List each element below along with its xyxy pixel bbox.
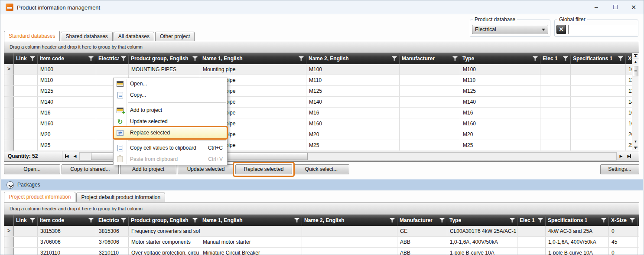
column-header-electrical-code[interactable]: Electrical code	[96, 215, 129, 226]
column-header-name-1-english[interactable]: Name 1, English	[200, 53, 306, 64]
row-indicator[interactable]	[4, 97, 14, 107]
tab-all-databases[interactable]: All databases	[114, 32, 154, 41]
cell-electrical-code[interactable]	[96, 64, 129, 75]
cell-link[interactable]	[14, 64, 38, 75]
column-header-specifications-1[interactable]: Specifications 1	[546, 215, 609, 226]
scroll-down-icon[interactable]: ▼	[632, 139, 639, 145]
row-indicator[interactable]	[4, 108, 14, 118]
copy-to-shared-button[interactable]: Copy to shared...	[62, 164, 119, 174]
cell-item-code[interactable]: M160	[38, 118, 96, 129]
cell-name-2-english[interactable]: M140	[306, 97, 400, 107]
column-header-name-2-english[interactable]: Name 2, English	[302, 215, 397, 226]
cell-type[interactable]: M160	[460, 118, 540, 129]
cell-specifications-1[interactable]: 4kW AC-3 and 25A	[546, 226, 609, 236]
filter-funnel-icon[interactable]	[510, 218, 515, 222]
column-header-type[interactable]: Type	[447, 215, 517, 226]
cell-manufacturer[interactable]	[400, 108, 460, 118]
menu-item-open[interactable]: Open...	[114, 78, 227, 89]
column-header-item-code[interactable]: Item code	[38, 53, 96, 64]
scroll-left-icon[interactable]: ◀	[72, 151, 78, 161]
cell-name-2-english[interactable]: M160	[306, 118, 400, 129]
table-row[interactable]: >M100MOUNTING PIPESMounting pipeM100M100…	[4, 64, 639, 75]
cell-item-code[interactable]: M16	[38, 108, 96, 118]
cell-elec-1[interactable]	[540, 86, 571, 96]
cell-link[interactable]	[14, 248, 38, 255]
filter-funnel-icon[interactable]	[618, 56, 623, 61]
scroll-right-icon[interactable]: ▶	[618, 151, 624, 161]
maximize-button[interactable]: ☐	[608, 0, 623, 14]
cell-link[interactable]	[14, 140, 38, 150]
scroll-fast-down-icon[interactable]: ▼	[632, 145, 639, 151]
filter-funnel-icon[interactable]	[88, 56, 94, 61]
cell-manufacturer[interactable]	[400, 86, 460, 96]
filter-funnel-icon[interactable]	[192, 218, 198, 222]
cell-specifications-1[interactable]	[571, 86, 626, 96]
table-row[interactable]: M25Mounting pipeM25M2525	[4, 140, 639, 151]
cell-manufacturer[interactable]	[400, 129, 460, 140]
cell-specifications-1[interactable]	[571, 118, 626, 129]
cell-name-1-english[interactable]	[200, 226, 302, 236]
filter-funnel-icon[interactable]	[392, 56, 397, 61]
filter-funnel-icon[interactable]	[538, 218, 543, 222]
column-header-link[interactable]: Link	[14, 53, 38, 64]
cell-name-2-english[interactable]: M25	[306, 140, 400, 150]
cell-product-group-english[interactable]: Over voltage protection, circu	[129, 248, 200, 255]
tab-project-product-information[interactable]: Project product information	[4, 192, 75, 202]
cell-electrical-code[interactable]: 3815306	[96, 226, 129, 236]
column-header-elec-1[interactable]: Elec 1	[517, 215, 546, 226]
cell-link[interactable]	[14, 108, 38, 118]
cell-specifications-1[interactable]	[571, 75, 626, 85]
cell-specifications-1[interactable]	[571, 140, 626, 150]
column-header-manufacturer[interactable]: Manufacturer	[397, 215, 447, 226]
cell-link[interactable]	[14, 226, 38, 236]
cell-elec-1[interactable]	[540, 118, 571, 129]
cell-name-1-english[interactable]: Miniature Circuit Breaker	[200, 248, 302, 255]
cell-specifications-1[interactable]	[571, 97, 626, 107]
cell-type[interactable]: M125	[460, 86, 540, 96]
cell-specifications-1[interactable]	[571, 129, 626, 140]
vertical-scrollbar[interactable]: ▲ ▲ ▼ ▼	[632, 53, 639, 151]
group-by-bar[interactable]: Drag a column header and drop it here to…	[4, 41, 639, 53]
scroll-fast-right-icon[interactable]: ▶	[625, 151, 632, 161]
cell-specifications-1[interactable]	[571, 108, 626, 118]
cell-manufacturer[interactable]: GE	[397, 226, 447, 236]
cell-elec-1[interactable]	[540, 108, 571, 118]
scroll-fast-up-icon[interactable]: ▲	[632, 53, 639, 59]
row-indicator[interactable]: >	[4, 226, 14, 236]
cell-product-group-english[interactable]: Motor starter components	[129, 237, 200, 247]
filter-funnel-icon[interactable]	[294, 218, 299, 222]
clear-filter-button[interactable]: ✕	[556, 25, 566, 34]
filter-funnel-icon[interactable]	[299, 56, 304, 61]
cell-name-2-english[interactable]: M110	[306, 75, 400, 85]
row-indicator[interactable]	[4, 129, 14, 140]
scroll-up-icon[interactable]: ▲	[632, 59, 639, 65]
cell-elec-1[interactable]	[517, 237, 546, 247]
cell-manufacturer[interactable]	[400, 97, 460, 107]
filter-funnel-icon[interactable]	[30, 56, 35, 61]
cell-name-2-english[interactable]	[302, 237, 397, 247]
filter-funnel-icon[interactable]	[439, 218, 445, 222]
vertical-scroll-thumb[interactable]	[633, 66, 638, 76]
row-indicator[interactable]	[4, 140, 14, 150]
cell-specifications-1[interactable]	[571, 64, 626, 75]
global-filter-input[interactable]	[568, 25, 636, 34]
filter-funnel-icon[interactable]	[121, 56, 126, 61]
table-row[interactable]: M20Mounting pipeM20M2020	[4, 129, 639, 140]
cell-elec-1[interactable]	[540, 64, 571, 75]
filter-funnel-icon[interactable]	[30, 218, 35, 222]
menu-item-add-to-project[interactable]: Add to project	[114, 105, 227, 116]
cell-type[interactable]: M25	[460, 140, 540, 150]
cell-link[interactable]	[14, 86, 38, 96]
cell-elec-1[interactable]	[540, 75, 571, 85]
table-row[interactable]: M125Mounting pipeM125M125125	[4, 86, 639, 97]
replace-selected-button[interactable]: Replace selected	[235, 164, 292, 174]
collapse-chevron-icon[interactable]	[7, 181, 14, 189]
cell-x-size[interactable]: 0	[609, 226, 637, 236]
cell-manufacturer[interactable]	[400, 118, 460, 129]
cell-name-2-english[interactable]	[302, 248, 397, 255]
filter-funnel-icon[interactable]	[192, 56, 198, 61]
cell-link[interactable]	[14, 97, 38, 107]
cell-product-group-english[interactable]: MOUNTING PIPES	[129, 64, 200, 75]
cell-x-size[interactable]: 0	[609, 248, 637, 255]
cell-link[interactable]	[14, 129, 38, 140]
